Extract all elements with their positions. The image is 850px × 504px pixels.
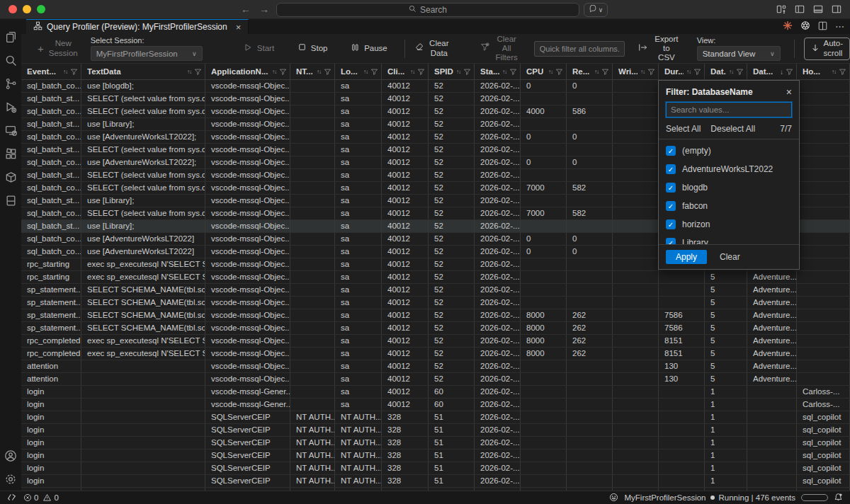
checkbox-checked-icon[interactable]: ✓: [666, 183, 676, 193]
profiler-session-status[interactable]: MyFirstProfilerSession Running | 476 eve…: [624, 493, 795, 502]
extensions-icon[interactable]: [0, 142, 21, 166]
table-row[interactable]: rpc_completedexec sp_executesql N'SELECT…: [21, 335, 850, 348]
table-row[interactable]: loginSQLServerCEIPNT AUTH...NT AUTH...32…: [21, 437, 850, 449]
column-header-2[interactable]: ApplicationN...↑↓: [205, 64, 290, 79]
quick-filter-input[interactable]: [534, 41, 625, 57]
minimize-window-button[interactable]: [23, 5, 31, 13]
table-row[interactable]: sp_statement...SELECT SCHEMA_NAME(tbl.sc…: [21, 309, 850, 322]
column-header-11[interactable]: Dur...↑↓: [659, 64, 705, 79]
filter-funnel-icon[interactable]: [647, 68, 655, 76]
toggle-primary-sidebar-icon[interactable]: [795, 4, 805, 14]
table-row[interactable]: attentionvscode-mssql-Objec...sa40012522…: [21, 360, 850, 373]
filter-value-item[interactable]: ✓AdventureWorksLT2022: [666, 160, 792, 178]
table-row[interactable]: attentionvscode-mssql-Objec...sa40012522…: [21, 373, 850, 386]
filter-funnel-icon[interactable]: [786, 68, 793, 76]
auto-scroll-toggle[interactable]: Auto- scroll: [804, 38, 850, 60]
table-row[interactable]: sp_statement...SELECT SCHEMA_NAME(tbl.sc…: [21, 322, 850, 335]
checkbox-checked-icon[interactable]: ✓: [666, 238, 676, 244]
filter-value-item[interactable]: ✓Library: [666, 234, 792, 244]
table-row[interactable]: loginSQLServerCEIPNT AUTH...NT AUTH...32…: [21, 411, 850, 424]
new-session-button[interactable]: + New Session: [31, 39, 84, 57]
nav-back-icon[interactable]: ←: [241, 4, 251, 15]
filter-value-item[interactable]: ✓blogdb: [666, 178, 792, 197]
select-all-link[interactable]: Select All: [666, 124, 701, 134]
tab-query-profiler[interactable]: Query Profiler (Preview): MyFirstProfile…: [26, 19, 249, 34]
explorer-icon[interactable]: [0, 25, 21, 49]
filter-value-item[interactable]: ✓(empty): [666, 142, 792, 160]
filter-funnel-icon[interactable]: [693, 68, 701, 76]
table-row[interactable]: loginvscode-mssql-Gener...sa40012602026-…: [21, 386, 850, 399]
sort-icon[interactable]: ↑↓: [272, 69, 276, 75]
close-icon[interactable]: ×: [786, 86, 792, 98]
sort-icon[interactable]: ↑↓: [640, 69, 645, 75]
toggle-secondary-sidebar-icon[interactable]: [832, 4, 842, 14]
table-row[interactable]: loginSQLServerCEIPNT AUTH...NT AUTH...32…: [21, 424, 850, 437]
customize-layout-icon[interactable]: [776, 4, 786, 14]
copilot-menu-button[interactable]: ∨: [584, 3, 608, 17]
source-control-icon[interactable]: [0, 72, 21, 96]
settings-gear-icon[interactable]: [0, 467, 21, 491]
filter-funnel-icon[interactable]: [555, 68, 563, 76]
search-sidebar-icon[interactable]: [0, 49, 21, 72]
table-row[interactable]: rpc_completedexec sp_executesql N'SELECT…: [21, 348, 850, 360]
view-dropdown[interactable]: Standard View∨: [697, 46, 781, 61]
filter-funnel-icon[interactable]: [463, 68, 471, 76]
column-header-10[interactable]: Wri...↑↓: [613, 64, 659, 79]
sort-icon[interactable]: ↑↓: [63, 69, 67, 75]
clear-button[interactable]: Clear: [720, 252, 740, 262]
remote-explorer-icon[interactable]: [0, 119, 21, 142]
sort-icon[interactable]: ↑↓: [729, 69, 733, 75]
sort-icon[interactable]: ↑↓: [832, 69, 836, 75]
column-header-4[interactable]: Lo...↑↓: [335, 64, 382, 79]
remote-indicator-icon[interactable]: [7, 493, 16, 503]
column-header-1[interactable]: TextData↑↓: [81, 64, 205, 79]
close-window-button[interactable]: [8, 5, 17, 13]
column-header-13[interactable]: Dat...↓: [747, 64, 797, 79]
table-row[interactable]: sp_statement...SELECT SCHEMA_NAME(tbl.sc…: [21, 297, 850, 309]
pause-button[interactable]: Pause: [345, 43, 394, 54]
filter-search-input[interactable]: [666, 102, 792, 118]
column-header-9[interactable]: Re...↑↓: [567, 64, 613, 79]
filter-funnel-icon[interactable]: [509, 68, 517, 76]
table-row[interactable]: loginvscode-mssql-Gener...sa40012602026-…: [21, 399, 850, 411]
column-header-0[interactable]: Event...↑↓: [21, 64, 81, 79]
checkbox-checked-icon[interactable]: ✓: [666, 164, 676, 174]
feedback-smiley-icon[interactable]: [609, 493, 618, 503]
command-center-search[interactable]: Search: [276, 3, 579, 17]
sort-icon[interactable]: ↑↓: [410, 69, 414, 75]
warnings-indicator[interactable]: 0: [42, 493, 58, 502]
session-dropdown[interactable]: MyFirstProfilerSession∨: [91, 46, 203, 61]
notifications-bell-icon[interactable]: [834, 493, 843, 503]
maximize-window-button[interactable]: [37, 5, 45, 13]
column-header-6[interactable]: SPID↑↓: [429, 64, 475, 79]
checkbox-checked-icon[interactable]: ✓: [666, 219, 676, 229]
deselect-all-link[interactable]: Deselect All: [710, 124, 755, 134]
table-row[interactable]: sp_statement...SELECT SCHEMA_NAME(tbl.sc…: [21, 284, 850, 297]
sort-icon[interactable]: ↑↓: [363, 69, 368, 75]
openai-extension-icon[interactable]: [800, 21, 810, 33]
filter-funnel-icon[interactable]: [370, 68, 378, 76]
start-button[interactable]: Start: [237, 43, 280, 54]
filter-value-item[interactable]: ✓horizon: [666, 215, 792, 234]
mssql-extension-icon[interactable]: [0, 189, 21, 212]
table-row[interactable]: loginSQLServerCEIPNT AUTH...NT AUTH...32…: [21, 462, 850, 475]
clear-all-filters-button[interactable]: Clear All Filters: [474, 35, 526, 63]
tab-close-icon[interactable]: ×: [236, 22, 242, 33]
accounts-icon[interactable]: [0, 444, 21, 467]
split-editor-icon[interactable]: [818, 21, 827, 33]
filter-funnel-icon[interactable]: [194, 68, 202, 76]
clear-data-button[interactable]: Clear Data: [409, 39, 455, 57]
filter-funnel-icon[interactable]: [417, 68, 425, 76]
export-csv-button[interactable]: Export to CSV: [632, 35, 686, 63]
errors-indicator[interactable]: 0: [23, 493, 38, 502]
table-row[interactable]: loginSQLServerCEIPNT AUTH...NT AUTH...32…: [21, 449, 850, 462]
column-header-7[interactable]: Sta...↑↓: [475, 64, 521, 79]
apply-button[interactable]: Apply: [666, 250, 707, 264]
table-row[interactable]: loginSQLServerCEIPNT AUTH...NT AUTH...32…: [21, 475, 850, 488]
sort-icon[interactable]: ↑↓: [456, 69, 460, 75]
sort-icon[interactable]: ↑↓: [187, 69, 191, 75]
column-header-14[interactable]: Ho...↑↓: [797, 64, 850, 79]
nav-forward-icon[interactable]: →: [259, 4, 269, 15]
claude-extension-icon[interactable]: [783, 21, 793, 33]
sort-icon[interactable]: ↑↓: [317, 69, 321, 75]
